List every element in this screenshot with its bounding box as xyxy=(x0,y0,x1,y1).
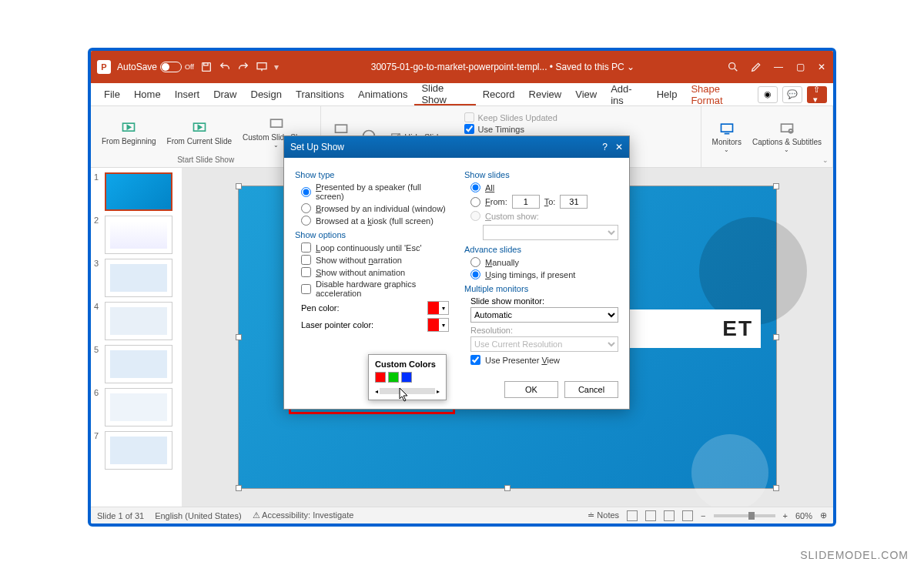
pen-color-dropdown[interactable]: ▾ xyxy=(427,301,449,315)
all-radio[interactable]: All xyxy=(470,182,618,192)
ribbon-collapse-icon[interactable]: ⌄ xyxy=(822,156,829,164)
browsed-kiosk-radio[interactable]: Browsed at a kiosk (full screen) xyxy=(301,216,449,226)
menu-animations[interactable]: Animations xyxy=(351,83,414,105)
menu-view[interactable]: View xyxy=(568,83,604,105)
no-narration-checkbox[interactable]: Show without narration xyxy=(301,255,449,265)
save-icon[interactable] xyxy=(200,61,213,73)
slide-counter[interactable]: Slide 1 of 31 xyxy=(97,511,144,520)
menu-record[interactable]: Record xyxy=(476,83,522,105)
share-button[interactable]: ⇧ ▾ xyxy=(807,86,827,103)
present-icon[interactable] xyxy=(256,61,268,73)
comments-button[interactable]: 💬 xyxy=(782,86,802,103)
monitor-select[interactable]: Automatic xyxy=(470,307,618,323)
laser-color-label: Laser pointer color: xyxy=(301,320,373,329)
from-beginning-button[interactable]: From Beginning xyxy=(97,109,161,156)
search-icon[interactable] xyxy=(727,61,739,73)
from-input[interactable] xyxy=(512,195,540,209)
dialog-help-icon[interactable]: ? xyxy=(602,142,608,152)
thumbnail-2[interactable] xyxy=(105,216,172,254)
menu-file[interactable]: File xyxy=(97,83,127,105)
custom-show-radio: Custom show: xyxy=(470,211,618,221)
color-swatch-green[interactable] xyxy=(388,372,399,383)
language-status[interactable]: English (United States) xyxy=(155,511,242,520)
pen-color-label: Pen color: xyxy=(301,303,340,313)
to-input[interactable] xyxy=(560,195,588,209)
menu-insert[interactable]: Insert xyxy=(168,83,207,105)
minimize-button[interactable]: — xyxy=(773,62,784,72)
svg-point-3 xyxy=(729,63,735,69)
browsed-individual-radio[interactable]: Browsed by an individual (window) xyxy=(301,203,449,213)
ok-button[interactable]: OK xyxy=(504,381,558,398)
use-timings-checkbox[interactable]: Use Timings xyxy=(464,124,557,134)
slide-title-box[interactable]: ET xyxy=(622,309,761,348)
manually-radio[interactable]: Manually xyxy=(470,257,618,267)
zoom-level[interactable]: 60% xyxy=(795,511,812,520)
menu-design[interactable]: Design xyxy=(244,83,289,105)
menu-transitions[interactable]: Transitions xyxy=(289,83,351,105)
sorter-view-icon[interactable] xyxy=(645,510,656,521)
fit-button[interactable]: ⊕ xyxy=(820,510,827,520)
cancel-button[interactable]: Cancel xyxy=(564,381,618,398)
slideshow-view-icon[interactable] xyxy=(682,510,693,521)
cursor-icon xyxy=(399,388,410,402)
thumbnail-1[interactable] xyxy=(105,172,172,211)
advance-label: Advance slides xyxy=(464,245,618,254)
titlebar: P AutoSave Off ▾ 30075-01-go-to-market-p… xyxy=(91,51,833,83)
autosave-toggle[interactable]: AutoSave Off xyxy=(117,62,194,72)
timings-radio[interactable]: Using timings, if present xyxy=(470,269,618,279)
menu-draw[interactable]: Draw xyxy=(206,83,243,105)
menu-shape-format[interactable]: Shape Format xyxy=(684,83,758,105)
color-swatch-blue[interactable] xyxy=(401,372,412,383)
accessibility-status[interactable]: ⚠ Accessibility: Investigate xyxy=(253,510,354,520)
thumbnail-4[interactable] xyxy=(105,302,172,340)
from-to-radio[interactable]: From:To: xyxy=(470,195,618,209)
thumbnail-3[interactable] xyxy=(105,259,172,297)
menu-home[interactable]: Home xyxy=(127,83,168,105)
no-animation-checkbox[interactable]: Show without animation xyxy=(301,267,449,277)
normal-view-icon[interactable] xyxy=(627,510,638,521)
redo-icon[interactable] xyxy=(237,61,249,73)
zoom-out-button[interactable]: − xyxy=(701,511,705,520)
svg-rect-7 xyxy=(336,125,347,132)
app-window: P AutoSave Off ▾ 30075-01-go-to-market-p… xyxy=(88,48,836,527)
keep-updated-checkbox[interactable]: Keep Slides Updated xyxy=(464,112,557,122)
svg-rect-6 xyxy=(270,119,282,127)
captions-button[interactable]: Captions & Subtitles⌄ xyxy=(748,109,826,164)
menu-addins[interactable]: Add-ins xyxy=(604,83,650,105)
ribbon-group-start: Start Slide Show xyxy=(177,156,234,164)
show-type-label: Show type xyxy=(295,170,449,179)
presented-radio[interactable]: Presented by a speaker (full screen) xyxy=(301,182,449,201)
menu-slide-show[interactable]: Slide Show xyxy=(414,83,475,105)
laser-color-dropdown[interactable]: ▾ xyxy=(427,318,449,332)
color-swatch-red[interactable] xyxy=(375,372,386,383)
camera-button[interactable]: ◉ xyxy=(758,86,778,103)
notes-button[interactable]: ≐ Notes xyxy=(588,510,619,520)
svg-rect-2 xyxy=(257,63,266,69)
dialog-titlebar[interactable]: Set Up Show ? ✕ xyxy=(284,136,629,158)
close-button[interactable]: ✕ xyxy=(816,62,827,72)
presenter-view-checkbox[interactable]: Use Presenter View xyxy=(470,355,618,365)
menu-review[interactable]: Review xyxy=(522,83,569,105)
thumbnail-7[interactable] xyxy=(105,431,172,470)
zoom-slider[interactable] xyxy=(714,514,775,517)
from-current-button[interactable]: From Current Slide xyxy=(162,109,236,156)
thumbnail-6[interactable] xyxy=(105,388,172,426)
show-options-label: Show options xyxy=(295,230,449,239)
svg-rect-11 xyxy=(721,124,732,132)
dialog-close-icon[interactable]: ✕ xyxy=(615,142,623,152)
reading-view-icon[interactable] xyxy=(664,510,675,521)
monitors-button[interactable]: Monitors⌄ xyxy=(708,109,746,164)
slide-monitor-label: Slide show monitor: xyxy=(470,296,618,306)
loop-checkbox[interactable]: Loop continuously until 'Esc' xyxy=(301,243,449,253)
thumbnail-panel[interactable]: 1 2 3 4 5 6 7 xyxy=(91,168,182,507)
powerpoint-icon: P xyxy=(97,60,111,74)
zoom-in-button[interactable]: + xyxy=(783,511,788,520)
undo-icon[interactable] xyxy=(219,61,231,73)
svg-point-13 xyxy=(788,129,792,132)
menu-help[interactable]: Help xyxy=(650,83,685,105)
pen-icon[interactable] xyxy=(750,61,762,73)
maximize-button[interactable]: ▢ xyxy=(795,62,805,72)
thumbnail-5[interactable] xyxy=(105,345,172,383)
disable-hw-checkbox[interactable]: Disable hardware graphics acceleration xyxy=(301,279,449,298)
popup-title: Custom Colors xyxy=(375,360,440,369)
